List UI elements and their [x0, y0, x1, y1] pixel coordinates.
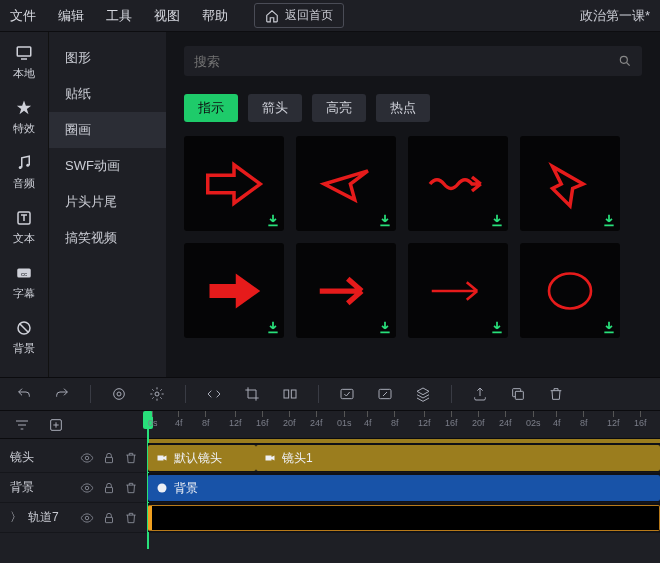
asset-arrow-heavy[interactable]	[296, 243, 396, 338]
cat-shapes[interactable]: 图形	[49, 40, 166, 76]
tick: 20f	[472, 411, 485, 438]
svg-rect-19	[106, 457, 113, 462]
side-label: 文本	[13, 231, 35, 246]
trash-icon[interactable]	[124, 451, 138, 465]
cat-stickers[interactable]: 贴纸	[49, 76, 166, 112]
add-track-icon[interactable]	[48, 417, 64, 433]
asset-circle[interactable]	[520, 243, 620, 338]
svg-text:cc: cc	[21, 271, 27, 277]
filter-tabs: 指示 箭头 高亮 热点	[184, 94, 642, 122]
clip-default-camera[interactable]: 默认镜头	[148, 445, 256, 471]
clip-label: 背景	[174, 480, 198, 497]
svg-rect-24	[106, 517, 113, 522]
visibility-icon[interactable]	[80, 481, 94, 495]
clip-background[interactable]: 背景	[148, 475, 660, 501]
clip-camera-1[interactable]: 镜头1	[256, 445, 660, 471]
project-name: 政治第一课*	[580, 7, 650, 25]
split-button[interactable]	[280, 384, 300, 404]
settings-button[interactable]	[147, 384, 167, 404]
tick: 16f	[445, 411, 458, 438]
visibility-icon[interactable]	[80, 511, 94, 525]
cat-intro-outro[interactable]: 片头片尾	[49, 184, 166, 220]
asset-arrow-block-right[interactable]	[184, 136, 284, 231]
home-icon	[265, 9, 279, 23]
lock-icon[interactable]	[102, 511, 116, 525]
download-icon[interactable]	[490, 213, 504, 227]
side-background[interactable]: 背景	[13, 319, 35, 356]
cat-funny[interactable]: 搞笑视频	[49, 220, 166, 256]
side-label: 字幕	[13, 286, 35, 301]
svg-point-10	[117, 392, 121, 396]
download-icon[interactable]	[266, 320, 280, 334]
side-rail: 本地 特效 音频 文本 cc字幕 背景	[0, 32, 48, 377]
download-icon[interactable]	[266, 213, 280, 227]
side-caption[interactable]: cc字幕	[13, 264, 35, 301]
asset-arrow-back[interactable]	[296, 136, 396, 231]
tab-indicate[interactable]: 指示	[184, 94, 238, 122]
crop-button[interactable]	[242, 384, 262, 404]
tab-highlight[interactable]: 高亮	[312, 94, 366, 122]
svg-rect-16	[515, 391, 523, 399]
toolbar	[0, 377, 660, 411]
clip-empty[interactable]	[148, 505, 660, 531]
visibility-icon[interactable]	[80, 451, 94, 465]
tick: 4f	[364, 411, 372, 438]
download-icon[interactable]	[490, 320, 504, 334]
cc-icon: cc	[15, 264, 33, 282]
time-ruler[interactable]: 0s4f8f12f16f20f24f01s4f8f12f16f20f24f02s…	[148, 411, 660, 438]
layers-button[interactable]	[413, 384, 433, 404]
filter-icon[interactable]	[14, 417, 30, 433]
delete-button[interactable]	[546, 384, 566, 404]
search-box[interactable]	[184, 46, 642, 76]
home-button[interactable]: 返回首页	[254, 3, 344, 28]
no-icon	[15, 319, 33, 337]
export-button[interactable]	[470, 384, 490, 404]
download-icon[interactable]	[602, 213, 616, 227]
tab-arrow[interactable]: 箭头	[248, 94, 302, 122]
trash-icon[interactable]	[124, 481, 138, 495]
copy-button[interactable]	[508, 384, 528, 404]
text-icon	[15, 209, 33, 227]
download-icon[interactable]	[602, 320, 616, 334]
track-label: 背景	[10, 479, 72, 496]
side-effects[interactable]: 特效	[13, 99, 35, 136]
trash-icon[interactable]	[124, 511, 138, 525]
asset-arrow-thin[interactable]	[408, 243, 508, 338]
top-menu: 文件 编辑 工具 视图 帮助 返回首页 政治第一课*	[0, 0, 660, 32]
cat-annotation[interactable]: 圈画	[49, 112, 166, 148]
chevron-right-icon[interactable]: 〉	[10, 509, 20, 526]
menu-file[interactable]: 文件	[10, 7, 36, 25]
target-button[interactable]	[109, 384, 129, 404]
menu-help[interactable]: 帮助	[202, 7, 228, 25]
search-input[interactable]	[194, 54, 618, 69]
menu-view[interactable]: 视图	[154, 7, 180, 25]
lock-icon[interactable]	[102, 451, 116, 465]
svg-rect-0	[17, 47, 31, 56]
tick: 4f	[175, 411, 183, 438]
edit-button[interactable]	[375, 384, 395, 404]
tick: 01s	[337, 411, 352, 438]
menu-tools[interactable]: 工具	[106, 7, 132, 25]
side-local[interactable]: 本地	[13, 44, 35, 81]
side-text[interactable]: 文本	[13, 209, 35, 246]
tick: 20f	[283, 411, 296, 438]
svg-point-8	[549, 273, 591, 308]
side-audio[interactable]: 音频	[13, 154, 35, 191]
lock-icon[interactable]	[102, 481, 116, 495]
undo-button[interactable]	[14, 384, 34, 404]
redo-button[interactable]	[52, 384, 72, 404]
asset-arrow-thick-right[interactable]	[184, 243, 284, 338]
cat-swf[interactable]: SWF动画	[49, 148, 166, 184]
home-label: 返回首页	[285, 7, 333, 24]
tab-hotspot[interactable]: 热点	[376, 94, 430, 122]
menu-edit[interactable]: 编辑	[58, 7, 84, 25]
tick: 16f	[634, 411, 647, 438]
asset-arrow-sketch-up[interactable]	[520, 136, 620, 231]
code-button[interactable]	[204, 384, 224, 404]
download-icon[interactable]	[378, 213, 392, 227]
svg-point-1	[19, 166, 22, 169]
asset-arrow-wavy[interactable]	[408, 136, 508, 231]
download-icon[interactable]	[378, 320, 392, 334]
category-list: 图形 贴纸 圈画 SWF动画 片头片尾 搞笑视频	[48, 32, 166, 377]
check-button[interactable]	[337, 384, 357, 404]
